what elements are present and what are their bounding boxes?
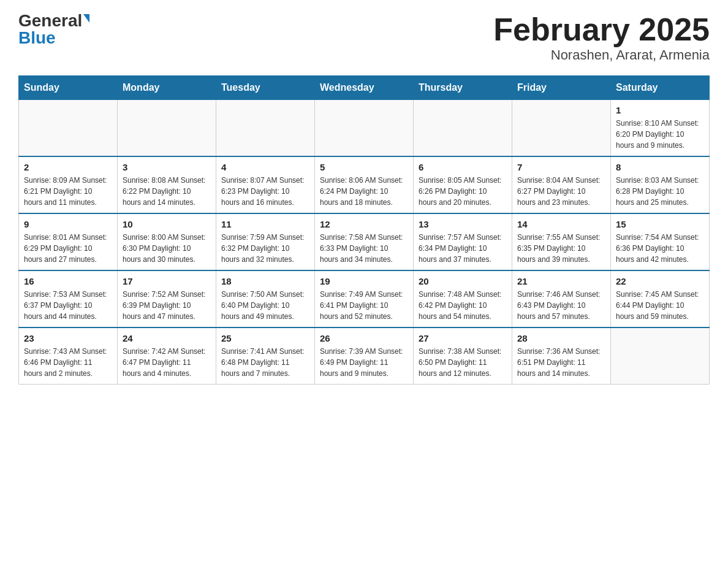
day-info: Sunrise: 7:55 AM Sunset: 6:35 PM Dayligh… <box>517 232 605 265</box>
weekday-header-saturday: Saturday <box>611 76 710 100</box>
day-info: Sunrise: 8:04 AM Sunset: 6:27 PM Dayligh… <box>517 175 605 208</box>
weekday-header-sunday: Sunday <box>19 76 118 100</box>
day-info: Sunrise: 7:48 AM Sunset: 6:42 PM Dayligh… <box>419 289 507 322</box>
day-number: 2 <box>24 162 112 172</box>
calendar-week-row: 16Sunrise: 7:53 AM Sunset: 6:37 PM Dayli… <box>19 270 710 327</box>
calendar-cell: 16Sunrise: 7:53 AM Sunset: 6:37 PM Dayli… <box>19 270 118 327</box>
day-number: 25 <box>221 333 309 343</box>
calendar-cell: 5Sunrise: 8:06 AM Sunset: 6:24 PM Daylig… <box>315 156 414 213</box>
day-info: Sunrise: 7:46 AM Sunset: 6:43 PM Dayligh… <box>517 289 605 322</box>
calendar-cell <box>19 100 118 157</box>
day-number: 4 <box>221 162 309 172</box>
day-number: 21 <box>517 276 605 286</box>
day-number: 7 <box>517 162 605 172</box>
calendar-cell <box>611 327 710 385</box>
calendar-cell: 17Sunrise: 7:52 AM Sunset: 6:39 PM Dayli… <box>118 270 216 327</box>
day-number: 14 <box>517 219 605 229</box>
weekday-header-wednesday: Wednesday <box>315 76 414 100</box>
calendar-cell <box>315 100 414 157</box>
calendar-cell: 28Sunrise: 7:36 AM Sunset: 6:51 PM Dayli… <box>512 327 611 385</box>
weekday-header-tuesday: Tuesday <box>216 76 315 100</box>
title-block: February 2025 Norashen, Ararat, Armenia <box>493 12 710 63</box>
day-info: Sunrise: 7:49 AM Sunset: 6:41 PM Dayligh… <box>320 289 408 322</box>
day-info: Sunrise: 8:05 AM Sunset: 6:26 PM Dayligh… <box>419 175 507 208</box>
calendar-cell: 2Sunrise: 8:09 AM Sunset: 6:21 PM Daylig… <box>19 156 118 213</box>
day-number: 6 <box>419 162 507 172</box>
calendar-week-row: 2Sunrise: 8:09 AM Sunset: 6:21 PM Daylig… <box>19 156 710 213</box>
day-info: Sunrise: 7:52 AM Sunset: 6:39 PM Dayligh… <box>123 289 211 322</box>
calendar-cell: 18Sunrise: 7:50 AM Sunset: 6:40 PM Dayli… <box>216 270 315 327</box>
calendar-cell: 9Sunrise: 8:01 AM Sunset: 6:29 PM Daylig… <box>19 213 118 270</box>
day-info: Sunrise: 8:07 AM Sunset: 6:23 PM Dayligh… <box>221 175 309 208</box>
calendar-week-row: 9Sunrise: 8:01 AM Sunset: 6:29 PM Daylig… <box>19 213 710 270</box>
calendar-cell: 19Sunrise: 7:49 AM Sunset: 6:41 PM Dayli… <box>315 270 414 327</box>
day-number: 16 <box>24 276 112 286</box>
calendar-cell: 24Sunrise: 7:42 AM Sunset: 6:47 PM Dayli… <box>118 327 216 385</box>
day-info: Sunrise: 7:45 AM Sunset: 6:44 PM Dayligh… <box>616 289 704 322</box>
calendar-cell: 4Sunrise: 8:07 AM Sunset: 6:23 PM Daylig… <box>216 156 315 213</box>
day-info: Sunrise: 7:39 AM Sunset: 6:49 PM Dayligh… <box>320 346 408 379</box>
calendar-cell: 15Sunrise: 7:54 AM Sunset: 6:36 PM Dayli… <box>611 213 710 270</box>
day-number: 24 <box>123 333 211 343</box>
calendar-cell <box>216 100 315 157</box>
day-number: 28 <box>517 333 605 343</box>
day-info: Sunrise: 7:36 AM Sunset: 6:51 PM Dayligh… <box>517 346 605 379</box>
day-number: 13 <box>419 219 507 229</box>
page-header: General Blue February 2025 Norashen, Ara… <box>18 12 710 63</box>
day-info: Sunrise: 7:58 AM Sunset: 6:33 PM Dayligh… <box>320 232 408 265</box>
day-info: Sunrise: 7:41 AM Sunset: 6:48 PM Dayligh… <box>221 346 309 379</box>
day-number: 18 <box>221 276 309 286</box>
weekday-header-monday: Monday <box>118 76 216 100</box>
day-number: 1 <box>616 105 704 115</box>
day-info: Sunrise: 8:10 AM Sunset: 6:20 PM Dayligh… <box>616 118 704 151</box>
day-number: 23 <box>24 333 112 343</box>
day-number: 9 <box>24 219 112 229</box>
calendar-cell: 10Sunrise: 8:00 AM Sunset: 6:30 PM Dayli… <box>118 213 216 270</box>
day-number: 19 <box>320 276 408 286</box>
page-title: February 2025 <box>493 12 710 47</box>
calendar-cell: 1Sunrise: 8:10 AM Sunset: 6:20 PM Daylig… <box>611 100 710 157</box>
day-info: Sunrise: 7:38 AM Sunset: 6:50 PM Dayligh… <box>419 346 507 379</box>
day-info: Sunrise: 8:00 AM Sunset: 6:30 PM Dayligh… <box>123 232 211 265</box>
day-info: Sunrise: 8:03 AM Sunset: 6:28 PM Dayligh… <box>616 175 704 208</box>
calendar-cell: 22Sunrise: 7:45 AM Sunset: 6:44 PM Dayli… <box>611 270 710 327</box>
calendar-cell: 3Sunrise: 8:08 AM Sunset: 6:22 PM Daylig… <box>118 156 216 213</box>
calendar-cell <box>512 100 611 157</box>
day-info: Sunrise: 7:53 AM Sunset: 6:37 PM Dayligh… <box>24 289 112 322</box>
calendar-cell <box>414 100 512 157</box>
weekday-header-friday: Friday <box>512 76 611 100</box>
calendar-cell: 21Sunrise: 7:46 AM Sunset: 6:43 PM Dayli… <box>512 270 611 327</box>
calendar-cell: 7Sunrise: 8:04 AM Sunset: 6:27 PM Daylig… <box>512 156 611 213</box>
calendar-cell: 6Sunrise: 8:05 AM Sunset: 6:26 PM Daylig… <box>414 156 512 213</box>
day-info: Sunrise: 8:01 AM Sunset: 6:29 PM Dayligh… <box>24 232 112 265</box>
calendar-body: 1Sunrise: 8:10 AM Sunset: 6:20 PM Daylig… <box>19 100 710 385</box>
page-subtitle: Norashen, Ararat, Armenia <box>493 47 710 63</box>
day-number: 5 <box>320 162 408 172</box>
calendar-week-row: 23Sunrise: 7:43 AM Sunset: 6:46 PM Dayli… <box>19 327 710 385</box>
day-number: 10 <box>123 219 211 229</box>
day-info: Sunrise: 7:42 AM Sunset: 6:47 PM Dayligh… <box>123 346 211 379</box>
day-info: Sunrise: 7:57 AM Sunset: 6:34 PM Dayligh… <box>419 232 507 265</box>
weekday-header-row: SundayMondayTuesdayWednesdayThursdayFrid… <box>19 76 710 100</box>
day-number: 17 <box>123 276 211 286</box>
calendar-cell <box>118 100 216 157</box>
calendar-cell: 20Sunrise: 7:48 AM Sunset: 6:42 PM Dayli… <box>414 270 512 327</box>
calendar-header: SundayMondayTuesdayWednesdayThursdayFrid… <box>19 76 710 100</box>
day-number: 15 <box>616 219 704 229</box>
calendar-cell: 11Sunrise: 7:59 AM Sunset: 6:32 PM Dayli… <box>216 213 315 270</box>
day-number: 11 <box>221 219 309 229</box>
logo-arrow-icon <box>83 14 89 23</box>
day-info: Sunrise: 8:06 AM Sunset: 6:24 PM Dayligh… <box>320 175 408 208</box>
day-number: 12 <box>320 219 408 229</box>
day-number: 3 <box>123 162 211 172</box>
day-info: Sunrise: 7:50 AM Sunset: 6:40 PM Dayligh… <box>221 289 309 322</box>
weekday-header-thursday: Thursday <box>414 76 512 100</box>
logo: General Blue <box>18 12 89 47</box>
calendar-cell: 13Sunrise: 7:57 AM Sunset: 6:34 PM Dayli… <box>414 213 512 270</box>
calendar-cell: 12Sunrise: 7:58 AM Sunset: 6:33 PM Dayli… <box>315 213 414 270</box>
day-number: 8 <box>616 162 704 172</box>
logo-blue: Blue <box>18 29 56 47</box>
calendar-cell: 25Sunrise: 7:41 AM Sunset: 6:48 PM Dayli… <box>216 327 315 385</box>
calendar-cell: 8Sunrise: 8:03 AM Sunset: 6:28 PM Daylig… <box>611 156 710 213</box>
day-info: Sunrise: 7:54 AM Sunset: 6:36 PM Dayligh… <box>616 232 704 265</box>
